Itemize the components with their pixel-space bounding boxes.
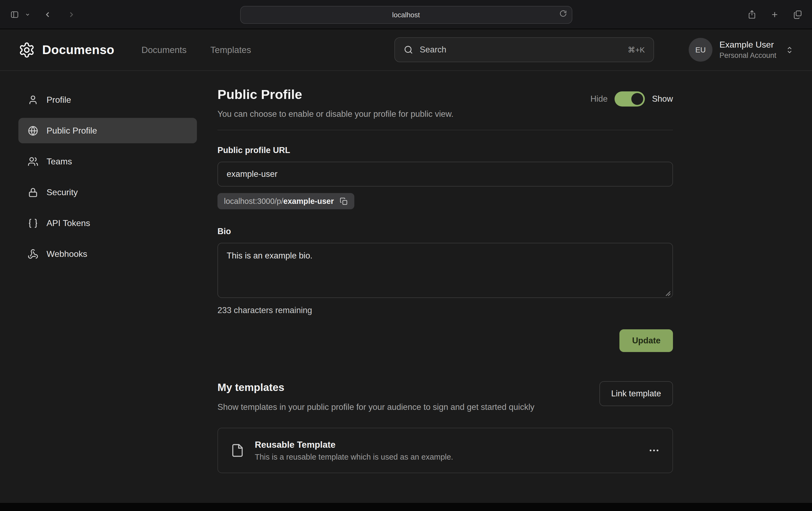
template-title: Reusable Template	[255, 440, 453, 450]
users-icon	[28, 156, 38, 167]
file-icon	[230, 443, 244, 458]
search-icon	[404, 45, 413, 55]
documenso-logo-icon	[19, 41, 35, 58]
profile-url-preview: localhost:3000/p/example-user	[218, 193, 354, 209]
webhook-icon	[28, 248, 38, 259]
update-button[interactable]: Update	[620, 329, 673, 352]
divider	[218, 130, 673, 130]
sidebar-item-security[interactable]: Security	[19, 180, 197, 205]
url-prefix: localhost:3000/p/	[224, 197, 283, 206]
update-row: Update	[218, 329, 673, 352]
sidebar-item-label: Security	[47, 187, 78, 197]
templates-title: My templates	[218, 381, 534, 394]
nav-documents[interactable]: Documents	[142, 44, 186, 55]
url-field-label: Public profile URL	[218, 146, 673, 155]
share-icon[interactable]	[748, 9, 756, 19]
braces-icon	[28, 218, 38, 229]
address-bar[interactable]: localhost	[240, 6, 572, 24]
sidebar-item-api-tokens[interactable]: API Tokens	[19, 210, 197, 236]
sidebar-item-label: Profile	[47, 95, 71, 104]
top-nav: Documents Templates	[142, 44, 251, 55]
copy-icon[interactable]	[340, 197, 348, 205]
sidebar-item-label: Teams	[47, 156, 72, 166]
template-card-text: Reusable Template This is a reusable tem…	[255, 440, 453, 461]
settings-sidebar: Profile Public Profile Teams	[19, 87, 197, 503]
page-head: Public Profile You can choose to enable …	[218, 87, 673, 119]
page-head-text: Public Profile You can choose to enable …	[218, 87, 454, 119]
global-search[interactable]: Search ⌘+K	[395, 37, 654, 62]
settings-layout: Profile Public Profile Teams	[0, 71, 812, 503]
documenso-app: Documenso Documents Templates Search ⌘+K…	[0, 29, 812, 503]
template-card: Reusable Template This is a reusable tem…	[218, 428, 673, 473]
browser-toolbar: localhost	[0, 0, 812, 29]
browser-actions	[748, 9, 802, 19]
visibility-control: Hide Show	[590, 91, 673, 107]
bio-field-label: Bio	[218, 227, 673, 236]
public-profile-settings: Public Profile You can choose to enable …	[218, 87, 673, 503]
more-options-icon[interactable]	[648, 445, 660, 456]
account-menu[interactable]: EU Example User Personal Account	[689, 38, 793, 62]
refresh-icon[interactable]	[559, 10, 567, 17]
forward-icon[interactable]	[67, 10, 76, 19]
avatar: EU	[689, 38, 713, 62]
resize-handle-icon[interactable]	[665, 291, 671, 296]
template-description: This is a reusable template which is use…	[255, 453, 453, 461]
brand-name: Documenso	[42, 42, 114, 57]
browser-nav-controls	[10, 10, 76, 19]
app-header: Documenso Documents Templates Search ⌘+K…	[0, 29, 812, 71]
bio-wrap: This is an example bio.	[218, 243, 673, 300]
page-subtitle: You can choose to enable or disable your…	[218, 109, 454, 119]
sidebar-item-label: Public Profile	[47, 126, 97, 136]
nav-templates[interactable]: Templates	[210, 44, 251, 55]
sidebar-item-profile[interactable]: Profile	[19, 87, 197, 113]
globe-icon	[28, 125, 38, 136]
page-title: Public Profile	[218, 87, 454, 102]
window-bottom-strip	[0, 503, 812, 511]
account-name: Example User	[720, 40, 776, 50]
lock-icon	[28, 187, 38, 198]
sidebar-item-teams[interactable]: Teams	[19, 149, 197, 174]
sidebar-item-label: API Tokens	[47, 218, 90, 228]
search-shortcut: ⌘+K	[628, 46, 645, 54]
profile-visibility-toggle[interactable]	[614, 91, 645, 107]
tab-overview-icon[interactable]	[793, 10, 802, 19]
browser-window: localhost	[0, 0, 812, 511]
brand[interactable]: Documenso	[19, 41, 114, 58]
hide-label: Hide	[590, 94, 608, 104]
account-text: Example User Personal Account	[720, 40, 776, 59]
sidebar-chevron-down-icon[interactable]	[25, 11, 30, 17]
url-text: localhost	[392, 11, 420, 19]
sidebar-toggle-icon[interactable]	[10, 10, 20, 19]
account-type: Personal Account	[720, 51, 776, 59]
chevrons-up-down-icon	[785, 46, 793, 54]
link-template-button[interactable]: Link template	[600, 381, 673, 406]
new-tab-icon[interactable]	[770, 10, 779, 19]
sidebar-item-webhooks[interactable]: Webhooks	[19, 241, 197, 267]
back-icon[interactable]	[43, 10, 52, 19]
characters-remaining: 233 characters remaining	[218, 305, 673, 315]
templates-head-text: My templates Show templates in your publ…	[218, 381, 534, 414]
search-placeholder: Search	[420, 45, 446, 55]
toggle-knob	[631, 93, 643, 105]
sidebar-item-public-profile[interactable]: Public Profile	[19, 118, 197, 143]
templates-description: Show templates in your public profile fo…	[218, 401, 534, 414]
show-label: Show	[652, 94, 673, 104]
user-icon	[28, 94, 38, 105]
sidebar-item-label: Webhooks	[47, 249, 87, 259]
profile-url-input[interactable]	[218, 162, 673, 186]
templates-head: My templates Show templates in your publ…	[218, 381, 673, 414]
url-slug: example-user	[283, 197, 334, 206]
bio-textarea[interactable]: This is an example bio.	[218, 243, 673, 298]
